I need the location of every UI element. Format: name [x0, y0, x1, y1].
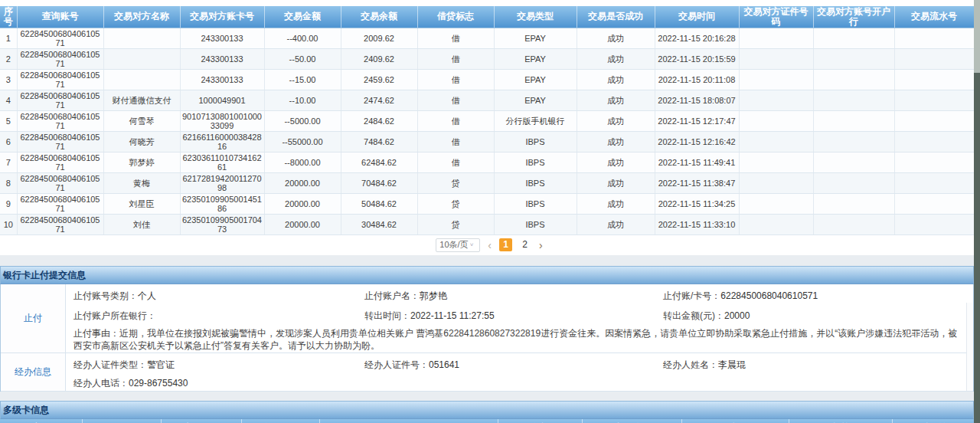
table-cell [739, 28, 813, 48]
table-cell [813, 110, 894, 131]
table-cell: 6230361101073416261 [180, 152, 264, 172]
table-cell: 20000.00 [264, 172, 341, 193]
panel-scrollbar[interactable] [966, 303, 973, 391]
field-agent-doc-no: 经办人证件号：051641 [364, 359, 663, 372]
table-row[interactable]: 66228450068040610571何晓芳62166116000038428… [0, 131, 974, 152]
table-cell: 借 [417, 110, 494, 131]
table-row[interactable]: 36228450068040610571243300133--15.002459… [0, 69, 974, 90]
table-cell: 243300133 [180, 28, 264, 48]
page-number-1[interactable]: 1 [499, 238, 512, 251]
table-cell: 成功 [577, 172, 655, 193]
table-row[interactable]: 56228450068040610571何雪琴90107130801001000… [0, 110, 974, 131]
column-header: 级别 [82, 419, 161, 423]
column-header: 交易对方账号开户行 [813, 6, 894, 28]
table-cell [739, 172, 813, 193]
table-cell [894, 48, 974, 69]
table-cell: 2022-11-15 11:49:41 [655, 152, 739, 172]
table-cell: 6228450068040610571 [17, 152, 103, 172]
column-header: 查询账号 [17, 6, 103, 28]
column-header: 交易金额 [264, 6, 341, 28]
table-cell: EPAY [494, 90, 577, 110]
table-cell: 2009.62 [341, 28, 417, 48]
table-cell [103, 69, 180, 90]
field-out-amount: 转出金额(元)：20000 [663, 310, 973, 323]
table-row[interactable]: 26228450068040610571243300133--50.002409… [0, 48, 974, 69]
table-cell [894, 152, 974, 172]
table-cell: 20000.00 [264, 193, 341, 214]
table-cell: 借 [417, 90, 494, 110]
chevron-down-icon: ˅ [470, 241, 474, 248]
table-cell: 10 [0, 214, 17, 234]
column-header: 止付结果 [582, 419, 681, 423]
table-cell [813, 28, 894, 48]
page-number-2[interactable]: 2 [518, 238, 531, 251]
table-cell: --55000.00 [264, 131, 341, 152]
table-cell: 成功 [577, 214, 655, 234]
table-cell: 郭梦婷 [103, 152, 180, 172]
scrollbar-thumb[interactable] [974, 73, 980, 423]
table-cell [813, 131, 894, 152]
table-cell: 6235010990500145186 [180, 193, 264, 214]
transactions-table-header: 序号查询账号交易对方名称交易对方账卡号交易金额交易余额借贷标志交易类型交易是否成… [0, 6, 974, 28]
table-cell: 9010713080100100033099 [180, 110, 264, 131]
table-cell: 2022-11-15 20:16:28 [655, 28, 739, 48]
table-cell [894, 90, 974, 110]
table-cell: 4 [0, 90, 17, 110]
table-cell: 2022-11-15 18:08:07 [655, 90, 739, 110]
column-header: 账号 [319, 419, 498, 423]
table-cell: 分行版手机银行 [494, 110, 577, 131]
table-cell: 8 [0, 172, 17, 193]
table-cell: 6216611600003842816 [180, 131, 264, 152]
table-cell [894, 110, 974, 131]
table-cell: 5 [0, 110, 17, 131]
agent-info-group-label: 经办信息 [1, 353, 66, 391]
table-cell: 243300133 [180, 69, 264, 90]
page-size-label: 10条/页 [439, 239, 468, 251]
table-row[interactable]: 86228450068040610571黄梅621728194200112709… [0, 172, 974, 193]
vertical-scrollbar[interactable] [974, 0, 980, 423]
table-cell: 成功 [577, 131, 655, 152]
column-header: 所属机构 [241, 419, 319, 423]
table-cell: 6228450068040610571 [17, 214, 103, 234]
page-size-select[interactable]: 10条/页 ˅ [436, 238, 480, 252]
section-divider [0, 255, 980, 266]
table-cell: --400.00 [264, 28, 341, 48]
table-cell [813, 172, 894, 193]
table-cell: 借 [417, 131, 494, 152]
table-cell: 2 [0, 48, 17, 69]
table-cell: 6228450068040610571 [17, 28, 103, 48]
field-account-type: 止付账号类别：个人 [66, 290, 364, 303]
column-header: 交易是否成功 [577, 6, 655, 28]
table-row[interactable]: 106228450068040610571刘佳62350109905001704… [0, 214, 974, 234]
stop-payment-reason-text: 止付事由：近期，我单位在接报刘妮被骗警情中，发现涉案人员利用贵单位相关账户 曹鸿… [66, 326, 973, 355]
table-cell: 成功 [577, 110, 655, 131]
table-cell: 2022-11-15 11:33:10 [655, 214, 739, 234]
table-cell: 6235010990500170473 [180, 214, 264, 234]
table-row[interactable]: 76228450068040610571郭梦婷62303611010734162… [0, 152, 974, 172]
column-header: 序号 [0, 419, 82, 423]
table-cell: --50.00 [264, 48, 341, 69]
column-header: 借贷标志 [417, 6, 494, 28]
table-cell: 2474.62 [341, 90, 417, 110]
prev-page-icon[interactable]: ‹ [486, 240, 493, 251]
next-page-icon[interactable]: › [537, 240, 544, 251]
table-cell: 成功 [577, 152, 655, 172]
table-cell: 6 [0, 131, 17, 152]
table-row[interactable]: 46228450068040610571财付通微信支付1000049901--1… [0, 90, 974, 110]
table-cell [813, 69, 894, 90]
stop-payment-panel: 止付 止付账号类别：个人 止付账户名：郭梦艳 止付账/卡号：6228450068… [0, 284, 974, 392]
table-cell: EPAY [494, 28, 577, 48]
table-row[interactable]: 96228450068040610571刘星臣62350109905001451… [0, 193, 974, 214]
transactions-table: 序号查询账号交易对方名称交易对方账卡号交易金额交易余额借贷标志交易类型交易是否成… [0, 6, 975, 235]
table-cell [103, 28, 180, 48]
table-cell: 成功 [577, 48, 655, 69]
table-cell: 黄梅 [103, 172, 180, 193]
table-cell [739, 152, 813, 172]
table-cell: --8000.00 [264, 152, 341, 172]
table-cell: 贷 [417, 172, 494, 193]
table-cell: EPAY [494, 69, 577, 90]
table-cell [894, 131, 974, 152]
table-cell: --5000.00 [264, 110, 341, 131]
table-row[interactable]: 16228450068040610571243300133--400.00200… [0, 28, 974, 48]
table-cell: 6228450068040610571 [17, 69, 103, 90]
